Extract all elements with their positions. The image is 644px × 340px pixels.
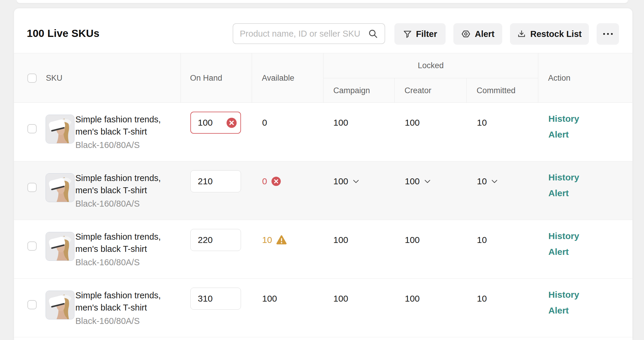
more-options-button[interactable] <box>597 23 619 45</box>
campaign-locked-value: 100 <box>333 118 348 128</box>
ellipsis-icon <box>603 33 613 35</box>
product-name: Simple fashion trends, men's black T-shi… <box>75 289 161 314</box>
available-value: 0 <box>262 176 267 186</box>
restock-button-label: Restock List <box>530 29 581 39</box>
row-checkbox[interactable] <box>27 183 37 192</box>
row-checkbox[interactable] <box>27 241 37 251</box>
alert-button-label: Alert <box>475 29 494 39</box>
product-name: Simple fashion trends, men's black T-shi… <box>75 172 161 196</box>
product-variant: Black-160/80A/S <box>75 198 140 210</box>
column-header-campaign: Campaign <box>333 86 370 95</box>
table-row: Simple fashion trends, men's black T-shi… <box>14 220 632 279</box>
previous-card-bottom-edge <box>17 0 628 3</box>
column-header-available: Available <box>262 74 294 83</box>
page-title: 100 Live SKUs <box>27 23 99 44</box>
row-checkbox[interactable] <box>27 124 37 133</box>
alert-link[interactable]: Alert <box>548 129 579 140</box>
committed-dropdown[interactable]: 10 <box>477 170 497 192</box>
product-thumbnail <box>46 291 74 319</box>
committed-value: 10 <box>477 235 487 245</box>
search-icon <box>368 29 378 39</box>
available-value: 100 <box>262 294 277 304</box>
table-row: Simple fashion trends, men's black T-shi… <box>14 279 632 337</box>
column-group-locked: Locked <box>418 61 444 70</box>
error-circle-icon <box>226 117 237 128</box>
history-link[interactable]: History <box>548 289 579 300</box>
chevron-down-icon <box>353 180 359 183</box>
select-all-checkbox[interactable] <box>27 74 37 83</box>
chevron-down-icon <box>491 180 497 183</box>
alert-link[interactable]: Alert <box>548 305 579 316</box>
campaign-locked-value: 100 <box>333 294 348 304</box>
table-row: Simple fashion trends, men's black T-shi… <box>14 103 632 161</box>
alert-link[interactable]: Alert <box>548 188 579 199</box>
restock-list-button[interactable]: Restock List <box>510 23 589 45</box>
on-hand-input[interactable] <box>190 229 241 251</box>
error-circle-icon <box>271 176 281 186</box>
chevron-down-icon <box>424 180 430 183</box>
available-value: 0 <box>262 118 267 128</box>
creator-locked-value: 100 <box>405 235 420 245</box>
product-variant: Black-160/80A/S <box>75 256 140 269</box>
search-input[interactable] <box>240 29 368 39</box>
inventory-panel: 100 Live SKUs Filter Alert <box>14 8 632 340</box>
history-link[interactable]: History <box>548 172 579 183</box>
creator-locked-value: 100 <box>405 294 420 304</box>
committed-value: 10 <box>477 118 487 128</box>
download-icon <box>517 29 526 38</box>
product-variant: Black-160/80A/S <box>75 139 140 151</box>
column-header-sku: SKU <box>46 74 63 83</box>
alert-hexagon-icon <box>461 29 471 39</box>
campaign-locked-value: 100 <box>333 235 348 245</box>
table-header: SKU On Hand Available Locked Campaign Cr… <box>14 53 632 103</box>
warning-triangle-icon <box>276 235 287 245</box>
on-hand-input[interactable] <box>190 288 241 310</box>
filter-button-label: Filter <box>416 29 437 39</box>
table-row: Simple fashion trends, men's black T-shi… <box>14 161 632 220</box>
column-header-action: Action <box>548 74 570 83</box>
alert-button[interactable]: Alert <box>453 23 502 45</box>
column-header-creator: Creator <box>405 86 431 95</box>
panel-header: 100 Live SKUs Filter Alert <box>14 23 632 44</box>
column-header-committed: Committed <box>477 86 516 95</box>
history-link[interactable]: History <box>548 113 579 124</box>
column-header-on-hand: On Hand <box>190 74 222 83</box>
product-variant: Black-160/80A/S <box>75 315 140 327</box>
product-thumbnail <box>46 115 74 144</box>
creator-locked-dropdown[interactable]: 100 <box>405 170 430 192</box>
campaign-locked-dropdown[interactable]: 100 <box>333 170 359 192</box>
creator-locked-value: 100 <box>405 118 420 128</box>
product-thumbnail <box>46 173 74 202</box>
history-link[interactable]: History <box>548 231 579 241</box>
committed-value: 10 <box>477 294 487 304</box>
product-name: Simple fashion trends, men's black T-shi… <box>75 231 161 255</box>
alert-link[interactable]: Alert <box>548 247 579 257</box>
product-name: Simple fashion trends, men's black T-shi… <box>75 113 161 138</box>
filter-funnel-icon <box>403 29 412 38</box>
on-hand-input[interactable] <box>190 170 241 192</box>
search-input-wrapper <box>233 23 385 44</box>
filter-button[interactable]: Filter <box>394 23 446 45</box>
available-value: 10 <box>262 235 272 245</box>
product-thumbnail <box>46 232 74 261</box>
row-checkbox[interactable] <box>27 300 37 309</box>
